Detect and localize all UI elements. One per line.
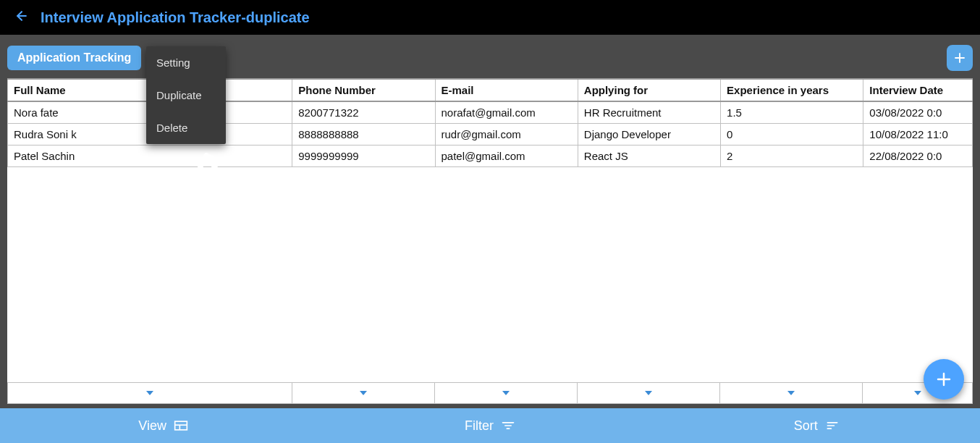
table-cell[interactable]: norafat@gmail.com	[435, 101, 578, 124]
col-header-phone[interactable]: Phone Number	[292, 79, 435, 101]
chevron-down-icon	[360, 391, 367, 395]
table-cell[interactable]: 1.5	[721, 101, 863, 124]
chevron-down-icon	[645, 391, 652, 395]
filter-label: Filter	[465, 418, 494, 434]
menu-item-duplicate[interactable]: Duplicate	[146, 79, 226, 111]
table-cell[interactable]: 2	[721, 145, 863, 167]
back-button[interactable]	[7, 4, 36, 31]
table-cell[interactable]: rudr@gmail.com	[435, 124, 578, 145]
table-cell[interactable]: Django Developer	[578, 124, 720, 145]
column-filter[interactable]	[435, 383, 578, 403]
table-cell[interactable]: Patel Sachin	[8, 145, 292, 167]
column-filter[interactable]	[292, 383, 435, 403]
col-header-interviewdate[interactable]: Interview Date	[863, 79, 973, 101]
add-sheet-button[interactable]	[947, 45, 973, 71]
page-title: Interview Application Tracker-duplicate	[41, 9, 310, 26]
top-bar: Interview Application Tracker-duplicate	[0, 0, 980, 35]
table-cell[interactable]: 9999999999	[292, 145, 435, 167]
sort-label: Sort	[794, 418, 818, 434]
filter-row	[7, 382, 973, 404]
table-cell[interactable]: HR Recruitment	[578, 101, 720, 124]
table-cell[interactable]: 03/08/2022 0:0	[863, 101, 973, 124]
table-cell[interactable]: React JS	[578, 145, 720, 167]
menu-item-delete[interactable]: Delete	[146, 111, 226, 144]
chevron-down-icon	[502, 391, 510, 395]
table-cell[interactable]: patel@gmail.com	[435, 145, 578, 167]
sort-icon	[825, 420, 840, 431]
column-filter[interactable]	[578, 383, 720, 403]
col-header-email[interactable]: E-mail	[435, 79, 578, 101]
col-header-experience[interactable]: Experience in years	[721, 79, 863, 101]
add-row-fab[interactable]	[924, 359, 964, 400]
table-cell[interactable]: 8200771322	[292, 101, 435, 124]
menu-item-setting[interactable]: Setting	[146, 46, 226, 79]
filter-icon	[501, 420, 515, 431]
col-header-applyingfor[interactable]: Applying for	[578, 79, 720, 101]
chevron-down-icon	[146, 391, 153, 395]
bottom-toolbar: View Filter Sort	[0, 408, 980, 443]
view-icon	[174, 420, 188, 431]
chevron-down-icon	[787, 391, 795, 395]
view-button[interactable]: View	[0, 408, 326, 443]
table-cell[interactable]: 8888888888	[292, 124, 435, 145]
column-filter[interactable]	[8, 383, 292, 403]
table-cell[interactable]: 0	[721, 124, 863, 145]
column-filter[interactable]	[720, 383, 863, 403]
chevron-down-icon	[914, 391, 921, 395]
plus-icon	[935, 371, 952, 388]
table-row[interactable]: Patel Sachin9999999999patel@gmail.comRea…	[8, 145, 973, 167]
filter-button[interactable]: Filter	[326, 408, 653, 443]
context-menu: Setting Duplicate Delete	[146, 46, 226, 144]
table-cell[interactable]: 10/08/2022 11:0	[863, 124, 973, 145]
tab-application-tracking[interactable]: Application Tracking	[7, 46, 141, 70]
sort-button[interactable]: Sort	[654, 408, 980, 443]
plus-icon	[953, 51, 966, 64]
view-label: View	[138, 418, 166, 434]
table-cell[interactable]: 22/08/2022 0:0	[863, 145, 973, 167]
